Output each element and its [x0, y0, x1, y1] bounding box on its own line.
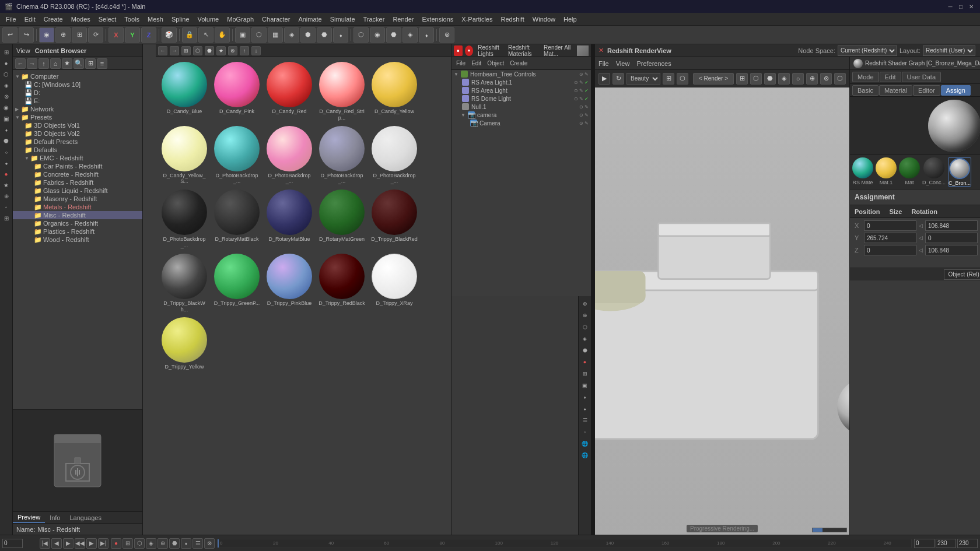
tl-loop3[interactable]: ⬡ [134, 538, 145, 549]
rs-rv-file[interactable]: File [598, 60, 609, 67]
rs-t2[interactable]: ⊗ [580, 310, 590, 321]
rs-t14[interactable]: 🌐 [580, 450, 590, 461]
tree-3dvol2[interactable]: 📁 3D Objects Vol2 [13, 129, 142, 138]
mat-item-20[interactable]: D_Trippy_Yellow [158, 315, 211, 373]
rs-t12[interactable]: ◦ [580, 427, 590, 437]
menu-help[interactable]: Help [560, 15, 580, 24]
tb-p2[interactable]: ⬡ [251, 27, 267, 43]
tl-end-frame2[interactable] [957, 539, 978, 548]
menu-spline[interactable]: Spline [168, 15, 193, 24]
menu-modes[interactable]: Modes [68, 15, 94, 24]
tb-r1[interactable]: ⬡ [354, 27, 369, 43]
cb-home[interactable]: ⌂ [50, 58, 61, 69]
tree-3dvol1[interactable]: 📁 3D Objects Vol1 [13, 121, 142, 129]
rs-icon-sphere[interactable]: ● [465, 45, 474, 56]
tb-r5[interactable]: ⬧ [419, 27, 434, 43]
tb-p6[interactable]: ⬣ [317, 27, 332, 43]
rs-tb4[interactable]: ⬡ [750, 73, 762, 85]
lt-s8[interactable]: ⬥ [1, 157, 12, 168]
rs-render-all-btn[interactable]: Render All Mat... [541, 44, 575, 57]
mat-item-4[interactable]: D_Candy_Yellow [368, 59, 421, 124]
rs-tb6[interactable]: ◈ [778, 73, 790, 85]
size-z[interactable] [925, 245, 978, 255]
tree-defaults[interactable]: 📁 Defaults [13, 146, 142, 154]
cb-tab-info[interactable]: Info [45, 513, 65, 522]
menu-tracker[interactable]: Tracker [360, 15, 388, 24]
tl-end[interactable]: ▶| [98, 538, 108, 549]
tb-p3[interactable]: ▦ [268, 27, 283, 43]
cb-back[interactable]: ← [15, 58, 26, 69]
tb-r3[interactable]: ⬣ [386, 27, 401, 43]
pos-x[interactable] [864, 220, 916, 231]
attr-edit-tab[interactable]: Edit [880, 72, 901, 82]
rs-play[interactable]: ▶ [598, 73, 610, 85]
tb-hand[interactable]: ✋ [215, 27, 230, 43]
mat-item-19[interactable]: D_Trippy_XRay [368, 251, 421, 315]
lt-s9[interactable]: ● [1, 169, 12, 179]
tree-presets[interactable]: ▼ 📁 Presets [13, 113, 142, 121]
menu-mograph[interactable]: MoGraph [223, 15, 257, 24]
mat-item-17[interactable]: D_Trippy_PinkBlue [263, 251, 316, 315]
cb-fav[interactable]: ★ [62, 58, 72, 69]
mat-strip-rsmate[interactable]: RS Mate [852, 157, 873, 187]
tree-organics[interactable]: 📁 Organics - Redshift [13, 219, 142, 227]
mat-nav-dn[interactable]: ↓ [251, 46, 261, 55]
tb-r4[interactable]: ◈ [402, 27, 418, 43]
lt-s1[interactable]: ◈ [1, 80, 12, 90]
rs-viewport[interactable]: Progressive Rendering... [595, 87, 849, 535]
shader-assign-tab[interactable]: Assign [941, 85, 971, 96]
mat-size3[interactable]: ⬣ [205, 46, 214, 55]
cb-tab-preview[interactable]: Preview [13, 513, 45, 523]
tree-e[interactable]: 💾 E: [13, 97, 142, 105]
rs-t5[interactable]: ⬣ [580, 345, 590, 356]
tl-loop4[interactable]: ◈ [146, 538, 156, 549]
menu-extensions[interactable]: Extensions [418, 15, 457, 24]
cb-tab-languages[interactable]: Languages [65, 513, 106, 522]
lt-s12[interactable]: ◦ [1, 202, 12, 212]
mat-item-10[interactable]: D_PhotoBackdrop_... [158, 187, 211, 251]
mat-item-13[interactable]: D_RotaryMatGreen [316, 187, 368, 251]
mat-item-11[interactable]: D_RotaryMatBlack [211, 187, 263, 251]
rs-beauty-select[interactable]: Beauty [626, 73, 660, 85]
tl-start-frame[interactable] [914, 539, 935, 548]
obj-camera[interactable]: ▼ 📷 camera ⊙ ✎ [452, 111, 591, 119]
tree-carpaints[interactable]: 📁 Car Paints - Redshift [13, 162, 142, 170]
tb-obj[interactable]: 🎲 [162, 27, 177, 43]
tl-loop7[interactable]: ⬧ [181, 538, 191, 549]
tb-redo[interactable]: ↪ [19, 27, 34, 43]
mat-fwd[interactable]: → [170, 46, 179, 55]
rs-t8[interactable]: ▣ [580, 380, 590, 391]
tl-play[interactable]: ▶ [63, 538, 74, 549]
rs-t6[interactable]: ● [580, 357, 590, 367]
rs-tb7[interactable]: ○ [792, 73, 804, 85]
menu-tools[interactable]: Tools [121, 15, 143, 24]
mat-item-12[interactable]: D_RotaryMatBlue [263, 187, 316, 251]
tl-prev[interactable]: ◀ [51, 538, 62, 549]
cb-search[interactable]: 🔍 [74, 58, 84, 69]
pos-z[interactable] [864, 245, 916, 255]
rs-t10[interactable]: ⬥ [580, 403, 590, 414]
tb-p4[interactable]: ◈ [284, 27, 299, 43]
tl-loop6[interactable]: ⬣ [169, 538, 180, 549]
rs-t9[interactable]: ⬧ [580, 392, 590, 402]
tree-metals[interactable]: 📁 Metals - Redshift [13, 203, 142, 211]
object-type-select[interactable]: Object (Rel) [944, 269, 980, 280]
close-btn[interactable]: ✕ [967, 2, 975, 10]
menu-select[interactable]: Select [95, 15, 120, 24]
tb-p1[interactable]: ▣ [235, 27, 250, 43]
mat-size1[interactable]: ⊞ [181, 46, 191, 55]
rs-tb8[interactable]: ⊕ [806, 73, 818, 85]
cb-view-label[interactable]: View [16, 47, 30, 54]
mat-size2[interactable]: ⬡ [193, 46, 202, 55]
attr-userdata-tab[interactable]: User Data [902, 72, 942, 82]
menu-window[interactable]: Window [529, 15, 559, 24]
tree-fabrics[interactable]: 📁 Fabrics - Redshift [13, 178, 142, 187]
mat-item-15[interactable]: D_Trippy_BlackWh... [158, 251, 211, 315]
maximize-btn[interactable]: □ [957, 2, 965, 10]
tl-loop2[interactable]: ⊞ [123, 538, 133, 549]
tl-end-frame[interactable] [936, 539, 956, 548]
obj-camera-child[interactable]: 📷 Camera ⊙ ✎ [452, 119, 591, 127]
attr-mode-tab[interactable]: Mode [852, 72, 879, 82]
rs-refresh[interactable]: ↻ [612, 73, 624, 85]
mat-item-16[interactable]: D_Trippy_GreenP... [211, 251, 263, 315]
